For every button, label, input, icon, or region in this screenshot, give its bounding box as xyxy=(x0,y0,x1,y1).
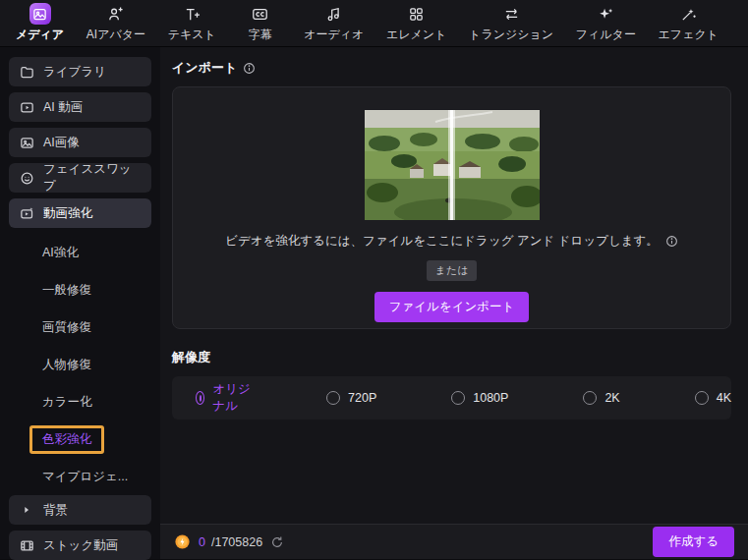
media-icon xyxy=(29,3,51,25)
import-title: インポート xyxy=(172,59,237,77)
content-area: ライブラリ AI 動画 AI画像 フェイススワップ 動画強化 xyxy=(0,47,748,559)
transitions-icon xyxy=(500,3,522,25)
sidebar-item-label: AI画像 xyxy=(43,135,80,151)
radio-dot xyxy=(451,391,465,405)
import-file-button[interactable]: ファイルをインポート xyxy=(374,292,530,322)
sidebar-item-label: ライブラリ xyxy=(43,64,106,81)
tab-label: 字幕 xyxy=(249,27,272,43)
text-icon xyxy=(181,3,202,25)
sidebar-item-library[interactable]: ライブラリ xyxy=(9,57,151,86)
tab-text[interactable]: テキスト xyxy=(168,3,216,43)
tab-transitions[interactable]: トランジション xyxy=(469,3,553,43)
sidebar-item-label: 動画強化 xyxy=(43,205,92,222)
radio-1080p[interactable]: 1080P xyxy=(451,391,508,405)
tab-label: テキスト xyxy=(168,27,216,43)
radio-label: 2K xyxy=(604,391,619,405)
sidebar-subitem-label: 人物修復 xyxy=(42,357,91,373)
tab-label: エレメント xyxy=(386,27,446,43)
filters-icon xyxy=(595,3,616,25)
dropzone-hint-row: ビデオを強化するには、ファイルをここにドラッグ アンド ドロップします。 xyxy=(173,233,730,250)
tab-media[interactable]: メディア xyxy=(16,3,64,43)
credits-coin-icon xyxy=(174,533,191,550)
sample-video-thumbnail xyxy=(365,110,540,220)
radio-4k[interactable]: 4K xyxy=(695,391,731,405)
sidebar-subitem-label: AI強化 xyxy=(42,245,79,261)
refresh-icon[interactable] xyxy=(270,535,284,549)
ai-avatar-icon xyxy=(105,3,127,25)
radio-original[interactable]: オリジナル xyxy=(196,381,252,415)
sidebar-item-label: AI 動画 xyxy=(43,99,83,116)
sidebar-subitem-my-projects[interactable]: マイプロジェ... xyxy=(9,458,151,495)
radio-label: 1080P xyxy=(473,391,508,405)
effects-icon xyxy=(677,3,699,25)
radio-2k[interactable]: 2K xyxy=(583,391,619,405)
radio-dot xyxy=(196,391,204,405)
resolution-options: オリジナル 720P 1080P 2K 4K xyxy=(172,376,731,420)
tab-label: トランジション xyxy=(469,27,553,43)
sidebar-subitem-colorize[interactable]: カラー化 xyxy=(9,383,151,420)
faceswap-icon xyxy=(19,170,34,186)
ai-video-icon xyxy=(19,99,34,115)
tab-filters[interactable]: フィルター xyxy=(576,3,636,43)
stock-video-icon xyxy=(19,537,34,553)
create-button[interactable]: 作成する xyxy=(653,527,734,557)
audio-icon xyxy=(323,3,345,25)
tab-label: フィルター xyxy=(576,27,636,43)
sidebar-item-label: フェイススワップ xyxy=(43,161,142,195)
credits-used: 0 xyxy=(199,535,205,549)
sidebar-item-faceswap[interactable]: フェイススワップ xyxy=(9,163,151,193)
credits-total: /1705826 xyxy=(211,535,262,549)
tab-label: エフェクト xyxy=(659,27,719,43)
sidebar-subitem-color-enhance[interactable]: 色彩強化 xyxy=(9,420,151,458)
sidebar-item-label: 背景 xyxy=(43,502,68,519)
info-icon[interactable] xyxy=(665,235,678,248)
sidebar-item-ai-image[interactable]: AI画像 xyxy=(9,128,151,157)
chevron-right-icon xyxy=(19,502,34,518)
sidebar: ライブラリ AI 動画 AI画像 フェイススワップ 動画強化 xyxy=(0,47,160,559)
or-label: または xyxy=(427,260,478,281)
sidebar-subitem-label: マイプロジェ... xyxy=(42,469,128,485)
credits-counter: 0/1705826 xyxy=(199,535,262,549)
subtitles-icon xyxy=(250,3,271,25)
ai-image-icon xyxy=(19,135,34,150)
radio-720p[interactable]: 720P xyxy=(326,391,376,405)
tab-audio[interactable]: オーディオ xyxy=(304,3,364,43)
radio-label: 720P xyxy=(348,391,376,405)
main-panel: インポート xyxy=(160,47,748,559)
sidebar-subitem-label: 画質修復 xyxy=(42,319,91,336)
sidebar-subitem-label: カラー化 xyxy=(42,394,92,411)
import-header: インポート xyxy=(172,59,731,77)
tab-subtitles[interactable]: 字幕 xyxy=(239,3,282,43)
sidebar-subitem-person-repair[interactable]: 人物修復 xyxy=(9,346,151,383)
sidebar-subitem-quality-repair[interactable]: 画質修復 xyxy=(9,308,151,346)
sidebar-item-ai-video[interactable]: AI 動画 xyxy=(9,92,151,122)
tab-ai-avatar[interactable]: AIアバター xyxy=(86,3,145,43)
tab-elements[interactable]: エレメント xyxy=(386,3,446,43)
top-toolbar: メディア AIアバター テキスト 字幕 オーディオ エレメント xyxy=(0,0,748,47)
sidebar-subitem-general-repair[interactable]: 一般修復 xyxy=(9,271,151,308)
radio-label: オリジナル xyxy=(212,381,252,415)
sidebar-item-background[interactable]: 背景 xyxy=(9,495,151,525)
dropzone-hint-text: ビデオを強化するには、ファイルをここにドラッグ アンド ドロップします。 xyxy=(225,233,659,250)
tab-label: AIアバター xyxy=(86,27,145,43)
info-icon[interactable] xyxy=(243,62,256,75)
radio-label: 4K xyxy=(717,391,731,405)
radio-dot xyxy=(583,391,597,405)
tab-label: オーディオ xyxy=(304,27,364,43)
resolution-title: 解像度 xyxy=(172,349,731,366)
bottom-bar: 0/1705826 作成する xyxy=(160,524,748,559)
sidebar-subitem-label: 色彩強化 xyxy=(29,425,104,454)
video-enhance-icon xyxy=(19,205,34,221)
sidebar-item-stock-video[interactable]: ストック動画 xyxy=(9,531,151,560)
file-dropzone[interactable]: ビデオを強化するには、ファイルをここにドラッグ アンド ドロップします。 または… xyxy=(172,86,731,329)
folder-icon xyxy=(19,64,34,80)
tab-effects[interactable]: エフェクト xyxy=(659,3,719,43)
radio-dot xyxy=(695,391,709,405)
sidebar-subitem-ai-enhance[interactable]: AI強化 xyxy=(9,234,151,271)
sidebar-item-label: ストック動画 xyxy=(43,537,118,554)
sidebar-item-video-enhance[interactable]: 動画強化 xyxy=(9,198,151,228)
radio-dot xyxy=(326,391,340,405)
elements-icon xyxy=(406,3,428,25)
sidebar-subitem-label: 一般修復 xyxy=(42,282,91,299)
tab-label: メディア xyxy=(16,27,64,43)
